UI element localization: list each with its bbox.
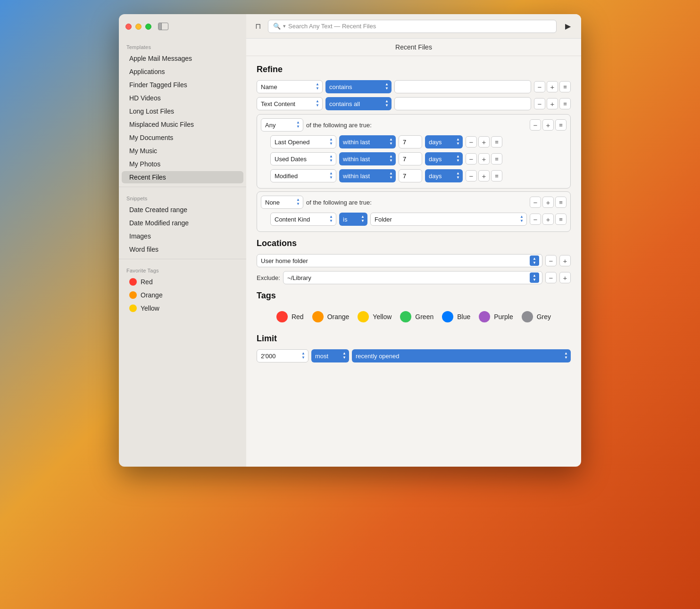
minimize-button[interactable] [135, 24, 142, 30]
sidebar-item-images[interactable]: Images [122, 230, 243, 242]
close-button[interactable] [125, 24, 132, 30]
used-dates-operator-select[interactable]: within last ▲▼ [339, 152, 396, 165]
used-dates-plus-button[interactable]: + [478, 153, 490, 165]
tag-purple[interactable]: Purple [479, 311, 513, 322]
sidebar-item-date-created[interactable]: Date Created range [122, 204, 243, 216]
last-opened-unit-select[interactable]: days ▲▼ [425, 135, 463, 148]
red-dot-icon [129, 278, 137, 286]
name-value-input[interactable] [394, 80, 531, 93]
sidebar-tag-yellow[interactable]: Yellow [122, 302, 243, 314]
location-row: User home folder ▲ ▼ − + [257, 254, 571, 267]
text-content-plus-button[interactable]: + [547, 98, 558, 109]
content-kind-menu-button[interactable]: ≡ [555, 214, 567, 225]
modified-minus-button[interactable]: − [466, 170, 477, 181]
modified-num-input[interactable] [399, 169, 422, 182]
grey-tag-icon [522, 311, 533, 322]
sidebar-item-word-files[interactable]: Word files [122, 243, 243, 255]
sidebar-toggle-button[interactable] [158, 23, 168, 30]
last-opened-plus-button[interactable]: + [478, 136, 490, 148]
modified-operator-select[interactable]: within last ▲▼ [339, 169, 396, 182]
sidebar-item-my-documents[interactable]: My Documents [122, 132, 243, 144]
last-opened-num-input[interactable] [399, 135, 422, 148]
content-kind-minus-button[interactable]: − [530, 214, 541, 225]
location-plus-button[interactable]: + [559, 255, 571, 266]
exclude-select[interactable]: ~/Library ▲ ▼ [283, 271, 542, 284]
sidebar-item-my-music[interactable]: My Music [122, 145, 243, 157]
tag-yellow[interactable]: Yellow [358, 311, 392, 322]
text-content-field-select[interactable]: Text Content ▲▼ [257, 97, 323, 110]
tag-grey[interactable]: Grey [522, 311, 551, 322]
name-row-plus-button[interactable]: + [547, 81, 558, 92]
run-button[interactable]: ▶ [561, 20, 575, 33]
used-dates-unit-select[interactable]: days ▲▼ [425, 152, 463, 165]
location-minus-button[interactable]: − [545, 255, 557, 266]
any-quantifier-select[interactable]: Any ▲▼ [261, 118, 303, 132]
exclude-arrow-icon: ▲ ▼ [530, 272, 539, 283]
limit-value-select[interactable]: 2'000 ▲▼ [257, 349, 308, 362]
any-group-minus-button[interactable]: − [530, 119, 541, 131]
last-opened-menu-button[interactable]: ≡ [491, 136, 502, 148]
tag-red[interactable]: Red [276, 311, 304, 322]
content-kind-plus-button[interactable]: + [542, 214, 554, 225]
text-content-operator-select[interactable]: contains all ▲▼ [325, 97, 392, 110]
green-tag-icon [400, 311, 411, 322]
locations-section: Locations User home folder ▲ ▼ − + Exclu… [257, 239, 571, 284]
modified-field-select[interactable]: Modified ▲▼ [270, 169, 336, 182]
location-select[interactable]: User home folder ▲ ▼ [257, 254, 542, 267]
none-quantifier-select[interactable]: None ▲▼ [261, 196, 303, 209]
text-content-minus-button[interactable]: − [534, 98, 545, 109]
last-opened-operator-select[interactable]: within last ▲▼ [339, 135, 396, 148]
none-group-menu-button[interactable]: ≡ [555, 197, 567, 208]
last-opened-minus-button[interactable]: − [466, 136, 477, 148]
any-group-menu-button[interactable]: ≡ [555, 119, 567, 131]
name-row-menu-button[interactable]: ≡ [559, 81, 571, 92]
limit-row: 2'000 ▲▼ most ▲▼ recently opened ▲▼ [257, 349, 571, 362]
sidebar-item-my-photos[interactable]: My Photos [122, 158, 243, 170]
sidebar-item-recent-files[interactable]: Recent Files [122, 171, 243, 183]
any-group-header: Any ▲▼ of the following are true: − + ≡ [261, 118, 567, 132]
modified-unit-select[interactable]: days ▲▼ [425, 169, 463, 182]
exclude-plus-button[interactable]: + [559, 272, 571, 283]
sidebar-item-finder-tagged[interactable]: Finder Tagged Files [122, 79, 243, 91]
modified-menu-button[interactable]: ≡ [491, 170, 502, 181]
sidebar-item-misplaced-music[interactable]: Misplaced Music Files [122, 118, 243, 131]
text-content-value-input[interactable] [394, 97, 531, 110]
none-group-label: of the following are true: [306, 199, 372, 206]
used-dates-menu-button[interactable]: ≡ [491, 153, 502, 165]
tag-green[interactable]: Green [400, 311, 433, 322]
none-group-plus-button[interactable]: + [542, 197, 554, 208]
search-bar[interactable]: 🔍 ▾ Search Any Text — Recent Files [268, 20, 557, 33]
used-dates-field-select[interactable]: Used Dates ▲▼ [270, 152, 336, 165]
used-dates-num-input[interactable] [399, 152, 422, 165]
new-window-button[interactable]: ⊓ [253, 22, 263, 31]
tag-orange[interactable]: Orange [312, 311, 350, 322]
any-group-plus-button[interactable]: + [542, 119, 554, 131]
last-opened-field-select[interactable]: Last Opened ▲▼ [270, 135, 336, 148]
text-content-menu-button[interactable]: ≡ [559, 98, 571, 109]
sidebar-item-date-modified[interactable]: Date Modified range [122, 217, 243, 229]
snippets-section-label: Snippets [119, 190, 246, 203]
exclude-minus-button[interactable]: − [545, 272, 557, 283]
content-area: Refine Name ▲▼ contains ▲▼ − + ≡ [246, 56, 581, 467]
sidebar-tag-red[interactable]: Red [122, 276, 243, 288]
sidebar-item-long-lost[interactable]: Long Lost Files [122, 105, 243, 117]
limit-order-select[interactable]: recently opened ▲▼ [352, 349, 571, 362]
name-field-select[interactable]: Name ▲▼ [257, 80, 323, 93]
last-opened-actions: − + ≡ [466, 136, 502, 148]
name-row-minus-button[interactable]: − [534, 81, 545, 92]
main-titlebar: ⊓ 🔍 ▾ Search Any Text — Recent Files ▶ [246, 14, 581, 39]
content-kind-value-select[interactable]: Folder ▲▼ [370, 213, 527, 226]
none-group-minus-button[interactable]: − [530, 197, 541, 208]
tag-blue[interactable]: Blue [442, 311, 470, 322]
modified-plus-button[interactable]: + [478, 170, 490, 181]
used-dates-minus-button[interactable]: − [466, 153, 477, 165]
content-kind-field-select[interactable]: Content Kind ▲▼ [270, 213, 336, 226]
sidebar-item-hd-videos[interactable]: HD Videos [122, 92, 243, 104]
name-operator-select[interactable]: contains ▲▼ [325, 80, 392, 93]
maximize-button[interactable] [145, 24, 151, 30]
content-kind-operator-select[interactable]: is ▲▼ [339, 213, 367, 226]
limit-sort-select[interactable]: most ▲▼ [311, 349, 349, 362]
sidebar-item-applications[interactable]: Applications [122, 66, 243, 78]
sidebar-item-apple-mail[interactable]: Apple Mail Messages [122, 52, 243, 65]
sidebar-tag-orange[interactable]: Orange [122, 289, 243, 301]
